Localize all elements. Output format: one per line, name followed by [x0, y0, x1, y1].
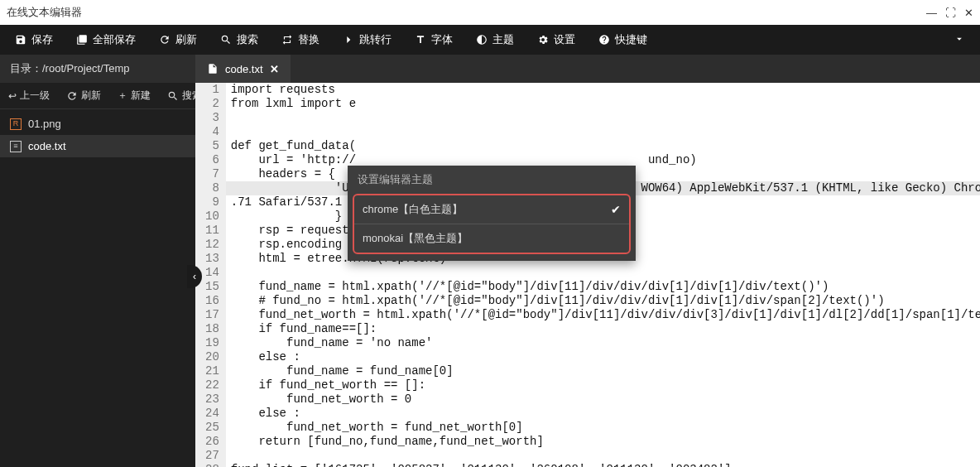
code-line[interactable]: fund_list = ['161725' '005827' '011130' …	[226, 463, 980, 467]
line-number: 17	[205, 308, 219, 322]
tab-filename: code.txt	[225, 63, 263, 75]
replace-icon	[281, 34, 293, 46]
line-number: 28	[205, 463, 219, 467]
line-number: 9	[205, 195, 219, 209]
refresh-button[interactable]: 刷新	[147, 25, 209, 55]
code-line[interactable]: else :	[226, 350, 980, 364]
line-number: 10	[205, 209, 219, 224]
save-label: 保存	[31, 32, 53, 47]
maximize-button[interactable]: ⛶	[945, 7, 956, 19]
plus-icon: ＋	[118, 89, 127, 103]
line-number: 12	[205, 238, 219, 252]
code-line[interactable]: fund_net_worth = fund_net_worth[0]	[226, 421, 980, 435]
theme-option[interactable]: chrome【白色主题】✔	[354, 195, 629, 224]
code-line[interactable]: def get_fund_data(	[226, 139, 980, 153]
line-number: 3	[205, 111, 219, 125]
save-all-icon	[76, 34, 88, 46]
sidebar-up-button[interactable]: ↩ 上一级	[0, 83, 58, 108]
code-line[interactable]: return [fund_no,fund_name,fund_net_worth…	[226, 435, 980, 449]
sidebar-new-button[interactable]: ＋ 新建	[109, 83, 159, 108]
font-button[interactable]: 字体	[403, 25, 464, 55]
code-line[interactable]: fund_net_worth = html.xpath('//*[@id="bo…	[226, 308, 980, 322]
sidebar: ↩ 上一级 刷新 ＋ 新建 搜索 R01.png≡code.txt	[0, 83, 195, 467]
popup-options: chrome【白色主题】✔monokai【黑色主题】	[353, 194, 631, 254]
settings-button[interactable]: 设置	[526, 25, 587, 55]
image-file-icon: R	[10, 118, 22, 130]
line-number: 15	[205, 280, 219, 294]
font-label: 字体	[431, 32, 453, 47]
path-label: 目录：/root/Project/Temp	[0, 55, 195, 83]
code-line[interactable]: fund_name = 'no name'	[226, 336, 980, 350]
font-icon	[415, 34, 426, 46]
tab-close-button[interactable]: ✕	[270, 63, 279, 75]
line-number: 24	[205, 407, 219, 421]
code-editor[interactable]: 1234567891011121314151617181920212223242…	[195, 83, 980, 467]
save-icon	[15, 34, 26, 46]
code-line[interactable]: fund_net_worth = 0	[226, 392, 980, 407]
settings-label: 设置	[554, 32, 575, 47]
line-number: 8	[205, 181, 219, 195]
line-number: 23	[205, 392, 219, 407]
search-label: 搜索	[237, 32, 258, 47]
tab-code[interactable]: code.txt ✕	[195, 55, 291, 83]
save-all-label: 全部保存	[93, 32, 136, 47]
theme-label: 主题	[492, 32, 514, 47]
text-file-icon: ≡	[10, 141, 22, 152]
sidebar-toolbar: ↩ 上一级 刷新 ＋ 新建 搜索	[0, 83, 195, 109]
close-button[interactable]: ✕	[964, 7, 973, 19]
theme-icon	[476, 34, 488, 46]
theme-button[interactable]: 主题	[464, 25, 526, 55]
search-icon	[167, 90, 179, 102]
theme-popup: 设置编辑器主题 chrome【白色主题】✔monokai【黑色主题】	[348, 166, 636, 261]
theme-option[interactable]: monokai【黑色主题】	[354, 224, 629, 253]
window-title: 在线文本编辑器	[7, 5, 82, 20]
line-number: 6	[205, 153, 219, 167]
code-line[interactable]: # fund_no = html.xpath('//*[@id="body"]/…	[226, 294, 980, 308]
code-area[interactable]: import requestsfrom lxml import edef get…	[226, 83, 980, 467]
file-name: 01.png	[28, 118, 61, 130]
line-number: 11	[205, 224, 219, 238]
minimize-button[interactable]: —	[926, 7, 937, 19]
line-number: 18	[205, 322, 219, 336]
code-line[interactable]	[226, 111, 980, 125]
line-number: 5	[205, 139, 219, 153]
line-number: 26	[205, 435, 219, 449]
code-line[interactable]: from lxml import e	[226, 97, 980, 111]
help-icon	[598, 34, 610, 46]
replace-button[interactable]: 替换	[270, 25, 331, 55]
line-number: 25	[205, 421, 219, 435]
line-number: 7	[205, 167, 219, 181]
code-line[interactable]	[226, 125, 980, 139]
goto-button[interactable]: 跳转行	[331, 25, 403, 55]
search-button[interactable]: 搜索	[209, 25, 270, 55]
line-number: 20	[205, 350, 219, 364]
sidebar-up-label: 上一级	[20, 89, 50, 103]
title-bar: 在线文本编辑器 — ⛶ ✕	[0, 0, 980, 25]
shortcuts-button[interactable]: 快捷键	[587, 25, 659, 55]
code-line[interactable]: fund_name = fund_name[0]	[226, 364, 980, 378]
main-toolbar: 保存 全部保存 刷新 搜索 替换 跳转行 字体 主题	[0, 25, 980, 55]
check-icon: ✔	[611, 203, 621, 216]
code-line[interactable]: else :	[226, 407, 980, 421]
code-line[interactable]	[226, 449, 980, 463]
save-all-button[interactable]: 全部保存	[65, 25, 147, 55]
file-item[interactable]: ≡code.txt	[0, 135, 195, 157]
toolbar-more-button[interactable]	[942, 33, 977, 47]
refresh-icon	[159, 34, 171, 46]
save-button[interactable]: 保存	[3, 25, 65, 55]
window-controls: — ⛶ ✕	[926, 7, 973, 19]
code-line[interactable]: if fund_name==[]:	[226, 322, 980, 336]
code-line[interactable]: if fund_net_worth == []:	[226, 378, 980, 392]
theme-option-label: chrome【白色主题】	[363, 202, 463, 217]
line-number: 13	[205, 252, 219, 266]
sidebar-refresh-button[interactable]: 刷新	[58, 83, 109, 108]
theme-option-label: monokai【黑色主题】	[363, 231, 468, 246]
file-item[interactable]: R01.png	[0, 113, 195, 135]
code-line[interactable]	[226, 266, 980, 280]
line-number: 21	[205, 364, 219, 378]
code-line[interactable]: fund_name = html.xpath('//*[@id="body"]/…	[226, 280, 980, 294]
code-line[interactable]: import requests	[226, 83, 980, 97]
sidebar-new-label: 新建	[131, 89, 151, 103]
line-number: 4	[205, 125, 219, 139]
line-number: 27	[205, 449, 219, 463]
